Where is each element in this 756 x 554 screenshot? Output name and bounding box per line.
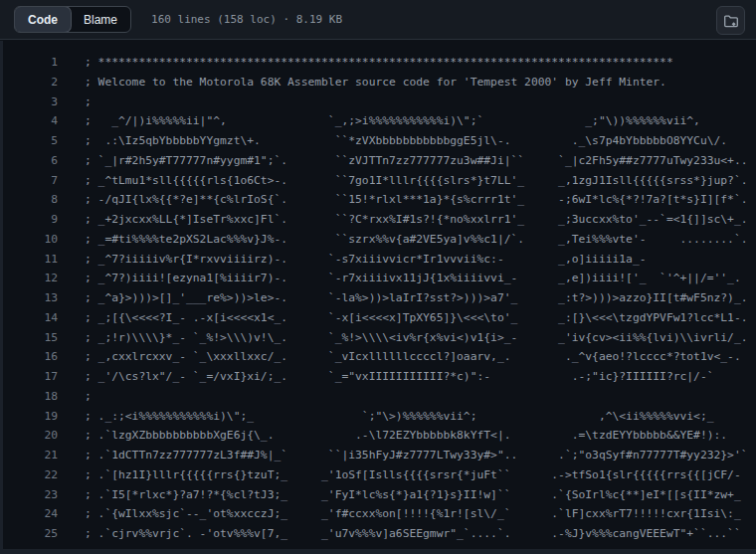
- line-number[interactable]: 18: [0, 387, 58, 407]
- code-line-row: 12; _^7?)iiii![ezyna1[%iiiir7)-. `-r7xii…: [0, 269, 756, 288]
- line-number[interactable]: 11: [0, 250, 58, 270]
- code-line-row: 13; _^a}>)))>[]_'___re%>))>le>-. `-la%>)…: [0, 288, 756, 308]
- code-line-row: 18;: [0, 387, 756, 407]
- tab-blame[interactable]: Blame: [71, 7, 130, 32]
- code-line-text: ;: [58, 387, 92, 407]
- line-number[interactable]: 13: [0, 288, 58, 308]
- code-line-row: 25; .`cjrv%%vrjc`. -'otv%%%v[7,_ _'u7v%%…: [0, 524, 756, 544]
- code-line-row: 21; .`1dCTTn7zz777777zL3f##J%|_` ``|i35h…: [0, 446, 756, 465]
- line-number[interactable]: 15: [0, 328, 58, 348]
- code-line-text: ; .`[hz1I}lllr{{{{{rrs{}tzuT;_ _'1oSf[Is…: [58, 465, 741, 485]
- code-line-text: ;: [58, 92, 92, 112]
- code-blame-toggle: Code Blame: [14, 6, 131, 33]
- line-number[interactable]: 4: [0, 111, 58, 131]
- code-line-row: 14; _;[{\<<<<?I_- .-x[i<<<<x1<_. `-x[i<<…: [0, 308, 756, 328]
- line-number[interactable]: 24: [0, 504, 58, 524]
- code-line-text: ; _;!r)\\\\}*_- `_%!>\\\)v!\_. `_%!>\\\\…: [58, 328, 748, 348]
- line-number[interactable]: 21: [0, 446, 58, 465]
- code-line-row: 24; .`{wIlxx%sjc`--_'ot%xxcczJ;_ _'f#ccx…: [0, 504, 756, 524]
- code-line-row: 9; _+2jxcxx%LL{*]IseTr%xxc]Fl`. ``?C*rxx…: [0, 210, 756, 230]
- code-line-text: ; _^7?iiiiiv%r{I*rxvviiiirz)-. `-s7xiiiv…: [58, 250, 647, 270]
- code-line-text: ; .`1dCTTn7zz777777zL3f##J%|_` ``|i35hFy…: [58, 446, 748, 465]
- line-number[interactable]: 19: [0, 407, 58, 427]
- line-number[interactable]: 6: [0, 151, 58, 171]
- line-number[interactable]: 22: [0, 465, 58, 485]
- code-line-row: 6; `_|r#2h5y#T77777n#yygm#1";`. ``zVJTTn…: [0, 151, 756, 171]
- line-number[interactable]: 2: [0, 73, 58, 92]
- code-viewer: 1; *************************************…: [0, 41, 756, 554]
- code-line-text: ; _^7?)iiii![ezyna1[%iiiir7)-. `-r7xiiii…: [58, 269, 741, 288]
- file-view-toolbar: Code Blame 160 lines (158 loc) · 8.19 KB: [0, 0, 756, 40]
- line-number[interactable]: 10: [0, 230, 58, 250]
- code-line-text: ; .`lzgXZbbbbbbbbbbXgE6j{\_. .-\l72EZYbb…: [58, 426, 727, 446]
- line-number[interactable]: 12: [0, 269, 58, 288]
- code-line-row: 16; _,cxxlrcxxv_- `_\xxxllxxc/_. `_vIcxl…: [0, 347, 756, 367]
- code-line-text: ; ._:;<i%%%%%%%%%%%i)\";_ `;"\>)%%%%%%vi…: [58, 407, 714, 427]
- code-line-text: ; `_|r#2h5y#T77777n#yygm#1";`. ``zVJTTn7…: [58, 151, 748, 171]
- line-number[interactable]: 3: [0, 92, 58, 112]
- bottom-edge-strip: [0, 549, 756, 554]
- code-line-text: ; **************************************…: [58, 53, 673, 73]
- file-stats: 160 lines (158 loc) · 8.19 KB: [151, 13, 342, 26]
- code-line-text: ; _,cxxlrcxxv_- `_\xxxllxxc/_. `_vIcxlll…: [58, 347, 741, 367]
- code-line-text: ; _^tLmu1*sll{{{{{rls{1o6Ct>-. ``7go1I*l…: [58, 171, 748, 191]
- code-line-row: 19; ._:;<i%%%%%%%%%%%i)\";_ `;"\>)%%%%%%…: [0, 407, 756, 427]
- line-number[interactable]: 1: [0, 53, 58, 73]
- code-line-text: ; _+2jxcxx%LL{*]IseTr%xxc]Fl`. ``?C*rxx%…: [58, 210, 748, 230]
- code-line-text: ; _^/|)i%%%%%ii|"^, `_,;>i%%%%%%%%%%%i)\…: [58, 111, 700, 131]
- code-line-text: ; .`{wIlxx%sjc`--_'ot%xxcczJ;_ _'f#ccxx%…: [58, 504, 741, 524]
- code-line-text: ; _=#ti%%%%te2pXS2Lac%%%v}J%-. ``szrx%%v…: [58, 230, 748, 250]
- code-line-row: 23; .`I5[*rlxc*}?a7!?*{%cl?tJ3;_ _'FyI*l…: [0, 485, 756, 505]
- code-line-text: ; .`cjrv%%vrjc`. -'otv%%%v[7,_ _'u7v%%%v…: [58, 524, 741, 544]
- code-line-row: 1; *************************************…: [0, 53, 756, 73]
- code-line-row: 3;: [0, 92, 756, 112]
- code-line-row: 10; _=#ti%%%%te2pXS2Lac%%%v}J%-. ``szrx%…: [0, 230, 756, 250]
- expand-file-tree-button[interactable]: [716, 6, 745, 35]
- code-line-row: 8; -/qJI{lx%{{*?e]**{c%lrIoS{`. ``15!*rl…: [0, 190, 756, 210]
- tab-code[interactable]: Code: [15, 7, 71, 32]
- code-line-text: ; _^a}>)))>[]_'___re%>))>le>-. `-la%>))>…: [58, 288, 748, 308]
- line-number[interactable]: 5: [0, 131, 58, 151]
- code-line-row: 11; _^7?iiiiiv%r{I*rxvviiiirz)-. `-s7xii…: [0, 250, 756, 270]
- code-line-row: 22; .`[hz1I}lllr{{{{{rrs{}tzuT;_ _'1oSf[…: [0, 465, 756, 485]
- line-number[interactable]: 7: [0, 171, 58, 191]
- file-tree-folder-icon: [723, 13, 739, 29]
- code-line-row: 5; .:\Iz5qbYbbbbbYYgmzt\+. ``*zVXbbbbbbb…: [0, 131, 756, 151]
- line-number[interactable]: 25: [0, 524, 58, 544]
- line-number[interactable]: 8: [0, 190, 58, 210]
- code-line-row: 7; _^tLmu1*sll{{{{{rls{1o6Ct>-. ``7go1I*…: [0, 171, 756, 191]
- code-line-text: ; .:\Iz5qbYbbbbbYYgmzt\+. ``*zVXbbbbbbbb…: [58, 131, 727, 151]
- code-line-text: ; _'/\cs?lx"/_- `_=/vxI}xi/;_. `_="vxIII…: [58, 367, 714, 387]
- line-number[interactable]: 9: [0, 210, 58, 230]
- code-line-text: ; _;[{\<<<<?I_- .-x[i<<<<x1<_. `-x[i<<<<…: [58, 308, 748, 328]
- line-number[interactable]: 14: [0, 308, 58, 328]
- code-line-row: 4; _^/|)i%%%%%ii|"^, `_,;>i%%%%%%%%%%%i)…: [0, 111, 756, 131]
- code-line-text: ; Welcome to the Motorola 68K Assembler …: [58, 73, 666, 92]
- code-line-row: 15; _;!r)\\\\}*_- `_%!>\\\)v!\_. `_%!>\\…: [0, 328, 756, 348]
- line-number[interactable]: 16: [0, 347, 58, 367]
- code-line-text: ; .`I5[*rlxc*}?a7!?*{%cl?tJ3;_ _'FyI*lc%…: [58, 485, 741, 505]
- code-line-row: 17; _'/\cs?lx"/_- `_=/vxI}xi/;_. `_="vxI…: [0, 367, 756, 387]
- left-edge-strip: [0, 41, 3, 554]
- line-number[interactable]: 20: [0, 426, 58, 446]
- code-line-row: 20; .`lzgXZbbbbbbbbbbXgE6j{\_. .-\l72EZY…: [0, 426, 756, 446]
- code-line-row: 2; Welcome to the Motorola 68K Assembler…: [0, 73, 756, 92]
- line-number[interactable]: 23: [0, 485, 58, 505]
- code-line-text: ; -/qJI{lx%{{*?e]**{c%lrIoS{`. ``15!*rlx…: [58, 190, 748, 210]
- code-lines: 1; *************************************…: [0, 53, 756, 544]
- line-number[interactable]: 17: [0, 367, 58, 387]
